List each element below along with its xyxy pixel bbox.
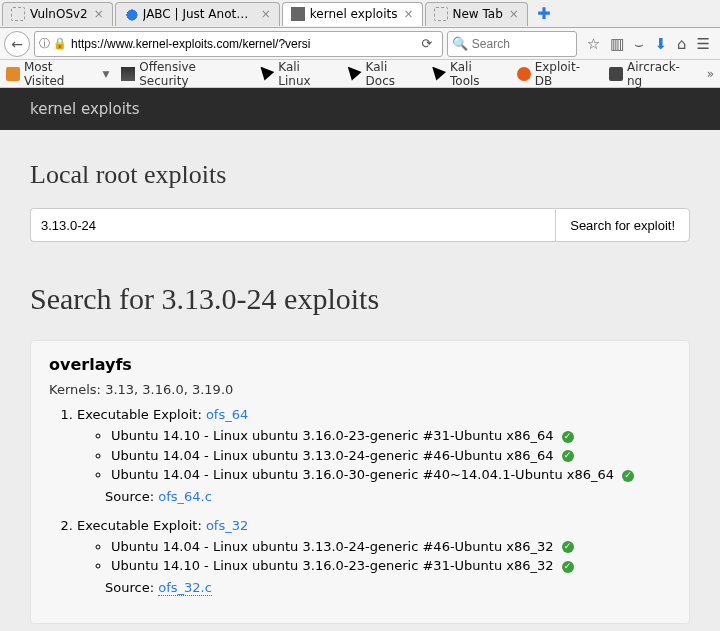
bookmark-label: Aircrack-ng xyxy=(627,60,695,88)
search-exploit-button[interactable]: Search for exploit! xyxy=(555,208,690,242)
exploit-binary-link[interactable]: ofs_32 xyxy=(206,518,248,533)
toolbar-icons: ☆ ▥ ⌣ ⬇ ⌂ ☰ xyxy=(581,35,716,53)
target-row: Ubuntu 14.04 - Linux ubuntu 3.13.0-24-ge… xyxy=(111,537,671,557)
target-row: Ubuntu 14.04 - Linux ubuntu 3.13.0-24-ge… xyxy=(111,446,671,466)
target-row: Ubuntu 14.10 - Linux ubuntu 3.16.0-23-ge… xyxy=(111,556,671,576)
exploit-binary-link[interactable]: ofs_64 xyxy=(206,407,248,422)
kali-icon xyxy=(260,67,274,81)
lock-icon: 🔒 xyxy=(53,37,67,50)
url-input[interactable] xyxy=(71,37,412,51)
downloads-icon[interactable]: ⬇ xyxy=(654,35,667,53)
check-icon xyxy=(622,470,634,482)
tab-label: kernel exploits xyxy=(310,7,398,21)
source-link[interactable]: ofs_32.c xyxy=(158,580,212,596)
results-heading: Search for 3.13.0-24 exploits xyxy=(30,282,690,316)
pocket-icon[interactable]: ⌣ xyxy=(634,35,644,53)
site-brand[interactable]: kernel exploits xyxy=(30,100,140,118)
target-row: Ubuntu 14.10 - Linux ubuntu 3.16.0-23-ge… xyxy=(111,426,671,446)
identity-block[interactable]: ⓘ 🔒 xyxy=(39,36,67,51)
close-tab-icon[interactable]: × xyxy=(403,7,413,21)
new-tab-button[interactable]: ✚ xyxy=(534,4,554,24)
kernel-search-input[interactable] xyxy=(30,208,555,242)
tab-label: VulnOSv2 xyxy=(30,7,88,21)
executable-label: Executable Exploit: xyxy=(77,407,206,422)
target-list: Ubuntu 14.10 - Linux ubuntu 3.16.0-23-ge… xyxy=(111,426,671,485)
site-header: kernel exploits xyxy=(0,88,720,130)
bookmark-label: Kali Docs xyxy=(366,60,421,88)
back-button[interactable]: ← xyxy=(4,31,30,57)
bookmark-aircrack[interactable]: Aircrack-ng xyxy=(609,60,695,88)
most-visited-icon xyxy=(6,67,20,81)
tab-label: JABC | Just Anoth... xyxy=(143,7,255,21)
home-icon[interactable]: ⌂ xyxy=(677,35,687,53)
aircrack-icon xyxy=(609,67,623,81)
bookmarks-overflow-icon[interactable]: » xyxy=(707,67,714,81)
exploit-db-icon xyxy=(517,67,531,81)
offensive-security-icon xyxy=(121,67,135,81)
source-link[interactable]: ofs_64.c xyxy=(158,489,212,504)
target-row: Ubuntu 14.04 - Linux ubuntu 3.16.0-30-ge… xyxy=(111,465,671,485)
page-viewport: kernel exploits Local root exploits Sear… xyxy=(0,88,720,631)
bookmark-exploit-db[interactable]: Exploit-DB xyxy=(517,60,597,88)
bookmark-label: Kali Linux xyxy=(278,60,335,88)
exploit-item: Executable Exploit: ofs_32 Ubuntu 14.04 … xyxy=(77,518,671,595)
bookmark-kali-tools[interactable]: Kali Tools xyxy=(432,60,505,88)
favicon-generic-icon xyxy=(434,7,448,21)
chevron-down-icon: ▼ xyxy=(102,69,109,79)
close-tab-icon[interactable]: × xyxy=(261,7,271,21)
executable-label: Executable Exploit: xyxy=(77,518,206,533)
bookmark-kali-linux[interactable]: Kali Linux xyxy=(260,60,335,88)
page-content: Local root exploits Search for exploit! … xyxy=(0,130,720,631)
check-icon xyxy=(562,541,574,553)
bookmark-most-visited[interactable]: Most Visited ▼ xyxy=(6,60,109,88)
check-icon xyxy=(562,431,574,443)
check-icon xyxy=(562,561,574,573)
favicon-generic-icon xyxy=(11,7,25,21)
close-tab-icon[interactable]: × xyxy=(509,7,519,21)
search-icon: 🔍 xyxy=(452,36,468,51)
browser-search-input[interactable] xyxy=(472,37,572,51)
bookmark-label: Exploit-DB xyxy=(535,60,597,88)
bookmark-label: Kali Tools xyxy=(450,60,505,88)
bookmark-label: Most Visited xyxy=(24,60,96,88)
menu-icon[interactable]: ☰ xyxy=(697,35,710,53)
library-icon[interactable]: ▥ xyxy=(610,35,624,53)
browser-search-bar[interactable]: 🔍 xyxy=(447,31,577,57)
favicon-drupal-icon xyxy=(121,4,141,24)
check-icon xyxy=(562,450,574,462)
reload-button[interactable]: ⟳ xyxy=(416,36,438,51)
kali-icon xyxy=(348,67,362,81)
target-list: Ubuntu 14.04 - Linux ubuntu 3.13.0-24-ge… xyxy=(111,537,671,576)
kernel-versions: Kernels: 3.13, 3.16.0, 3.19.0 xyxy=(49,382,671,397)
exploit-card: overlayfs Kernels: 3.13, 3.16.0, 3.19.0 … xyxy=(30,340,690,624)
info-icon: ⓘ xyxy=(39,36,50,51)
exploit-list: Executable Exploit: ofs_64 Ubuntu 14.10 … xyxy=(77,407,671,595)
search-form: Search for exploit! xyxy=(30,208,690,242)
exploit-name: overlayfs xyxy=(49,355,671,374)
tab-strip: VulnOSv2 × JABC | Just Anoth... × kernel… xyxy=(0,0,720,28)
bookmark-label: Offensive Security xyxy=(139,60,248,88)
page-title: Local root exploits xyxy=(30,160,690,190)
url-bar[interactable]: ⓘ 🔒 ⟳ xyxy=(34,31,443,57)
browser-tab-active[interactable]: kernel exploits × xyxy=(282,2,423,26)
tab-label: New Tab xyxy=(453,7,503,21)
source-line: Source: ofs_64.c xyxy=(105,489,671,504)
browser-tab[interactable]: VulnOSv2 × xyxy=(2,2,113,26)
close-tab-icon[interactable]: × xyxy=(94,7,104,21)
exploit-item: Executable Exploit: ofs_64 Ubuntu 14.10 … xyxy=(77,407,671,504)
favicon-site-icon xyxy=(291,7,305,21)
browser-tab[interactable]: JABC | Just Anoth... × xyxy=(115,2,280,26)
bookmarks-toolbar: Most Visited ▼ Offensive Security Kali L… xyxy=(0,60,720,88)
source-line: Source: ofs_32.c xyxy=(105,580,671,595)
bookmark-kali-docs[interactable]: Kali Docs xyxy=(348,60,420,88)
browser-tab[interactable]: New Tab × xyxy=(425,2,528,26)
bookmark-star-icon[interactable]: ☆ xyxy=(587,35,600,53)
kali-icon xyxy=(432,67,446,81)
bookmark-offensive-security[interactable]: Offensive Security xyxy=(121,60,248,88)
nav-toolbar: ← ⓘ 🔒 ⟳ 🔍 ☆ ▥ ⌣ ⬇ ⌂ ☰ xyxy=(0,28,720,60)
